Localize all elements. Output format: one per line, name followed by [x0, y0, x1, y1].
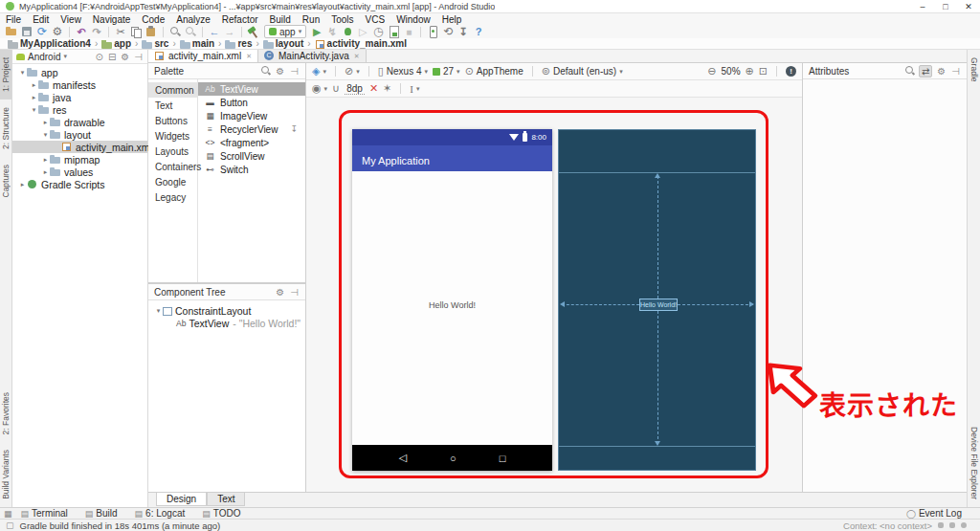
back-icon[interactable] — [207, 25, 222, 38]
settings-icon[interactable] — [50, 25, 65, 38]
component-textview[interactable]: AbTextView- "Hello World!" — [148, 317, 305, 329]
window-grid-icon[interactable]: ▦ — [0, 509, 12, 519]
tree-item-java[interactable]: ▸java — [12, 91, 147, 103]
background-tasks-icon[interactable] — [949, 522, 955, 528]
open-folder-icon[interactable] — [4, 25, 19, 38]
breadcrumb-item-myapplication4[interactable]: MyApplication4 — [6, 38, 93, 49]
device-selector[interactable]: ▯ Nexus 4 ▾ — [378, 65, 428, 77]
breadcrumb-item-activity-main-xml[interactable]: activity_main.xml — [313, 38, 409, 49]
default-margin-selector[interactable]: 8dp — [345, 83, 365, 95]
palette-category-legacy[interactable]: Legacy — [148, 189, 197, 205]
stop-icon[interactable] — [401, 25, 416, 38]
orientation-selector[interactable]: ⊘ ▾ — [345, 65, 360, 77]
phone-content[interactable]: Hello World! — [352, 171, 552, 445]
sdk-manager-icon[interactable] — [456, 25, 471, 38]
chevron-icon[interactable]: ▾ — [18, 69, 27, 77]
mode-tab-text[interactable]: Text — [207, 493, 245, 506]
palette-item-recyclerview[interactable]: ≡RecyclerView↧ — [198, 122, 305, 136]
zoom-out-icon[interactable]: ⊖ — [707, 65, 716, 77]
menu-analyze[interactable]: Analyze — [170, 14, 216, 25]
menu-tools[interactable]: Tools — [325, 14, 359, 25]
autoconnect-magnet-icon[interactable]: ∪ — [332, 82, 340, 95]
gradle-sync-icon[interactable] — [440, 25, 456, 38]
replace-icon[interactable] — [183, 25, 198, 38]
tree-item-layout[interactable]: ▾layout — [12, 128, 147, 141]
tree-item-activity-main-xml[interactable]: activity_main.xml — [12, 141, 147, 153]
tool-button-build-variants[interactable]: Build Variants — [0, 442, 11, 507]
attach-debugger-icon[interactable] — [355, 25, 370, 38]
mode-tab-design[interactable]: Design — [156, 493, 207, 506]
menu-view[interactable]: View — [55, 14, 87, 25]
run-icon[interactable] — [309, 25, 324, 38]
tree-item-res[interactable]: ▾res — [12, 103, 147, 116]
chevron-icon[interactable]: ▸ — [41, 168, 50, 176]
coverage-icon[interactable] — [386, 25, 401, 38]
tree-item-mipmap[interactable]: ▸mipmap — [12, 153, 147, 166]
palette-category-layouts[interactable]: Layouts — [148, 144, 197, 159]
locate-icon[interactable]: ⊙ — [95, 52, 104, 62]
close-button[interactable]: ✕ — [957, 2, 980, 11]
palette-item-button[interactable]: ▬Button — [198, 96, 305, 109]
hide-panel-icon[interactable]: ⊣ — [133, 52, 144, 62]
component-constraintlayout[interactable]: ▾ConstraintLayout — [148, 304, 305, 317]
palette-category-buttons[interactable]: Buttons — [148, 113, 197, 128]
debug-icon[interactable] — [340, 25, 355, 38]
zoom-fit-icon[interactable]: ⊡ — [759, 65, 768, 77]
tool-window-terminal[interactable]: ▤Terminal — [12, 508, 77, 519]
design-canvas[interactable]: 8:00 My Application Hello World! ◁ ○ □ — [306, 98, 802, 492]
tool-window-todo[interactable]: ▤TODO — [193, 508, 249, 519]
hide-panel-icon[interactable]: ⊣ — [950, 66, 961, 77]
palette-item-scrollview[interactable]: ▤ScrollView — [198, 149, 305, 163]
chevron-icon[interactable]: ▸ — [41, 156, 50, 164]
paste-icon[interactable] — [144, 25, 159, 38]
tree-item-app[interactable]: ▾app — [12, 66, 147, 78]
find-icon[interactable] — [167, 25, 183, 38]
collapse-all-icon[interactable]: ⊟ — [107, 52, 117, 62]
menu-vcs[interactable]: VCS — [360, 14, 391, 25]
search-icon[interactable] — [261, 66, 271, 76]
chevron-icon[interactable]: ▸ — [41, 119, 50, 126]
palette-category-text[interactable]: Text — [148, 98, 197, 113]
minimize-button[interactable]: – — [911, 2, 934, 11]
redo-icon[interactable] — [89, 25, 104, 38]
copy-icon[interactable] — [128, 25, 144, 38]
design-surface-phone[interactable]: 8:00 My Application Hello World! ◁ ○ □ — [352, 129, 552, 471]
errors-warnings-indicator[interactable]: ! — [786, 66, 796, 77]
breadcrumb-item-src[interactable]: src — [140, 38, 170, 49]
cursor-mode-selector[interactable]: I ▾ — [410, 83, 419, 95]
palette-category-common[interactable]: Common — [148, 82, 197, 98]
palette-category-widgets[interactable]: Widgets — [148, 128, 197, 144]
tool-window-event-log[interactable]: ◯Event Log — [898, 508, 970, 519]
menu-run[interactable]: Run — [297, 14, 325, 25]
tree-item-manifests[interactable]: ▸manifests — [12, 78, 147, 91]
editor-tab-activity-main-xml[interactable]: activity_main.xml✕ — [148, 50, 258, 62]
menu-refactor[interactable]: Refactor — [216, 14, 264, 25]
palette-category-google[interactable]: Google — [148, 174, 197, 189]
help-icon[interactable] — [471, 25, 486, 38]
profiler-icon[interactable] — [370, 25, 386, 38]
tree-item-values[interactable]: ▸values — [12, 166, 147, 178]
menu-navigate[interactable]: Navigate — [87, 14, 136, 25]
tree-item-drawable[interactable]: ▸drawable — [12, 116, 147, 128]
blueprint-surface[interactable]: Hello World! — [558, 129, 756, 471]
project-view-selector[interactable]: Android — [28, 52, 60, 62]
gear-icon[interactable]: ⚙ — [936, 66, 947, 77]
menu-window[interactable]: Window — [390, 14, 436, 25]
palette-item-textview[interactable]: AbTextView — [198, 82, 305, 96]
maximize-button[interactable]: □ — [934, 2, 957, 11]
tool-button-2-favorites[interactable]: 2: Favorites — [0, 385, 11, 442]
run-config-selector[interactable]: app▾ — [264, 25, 306, 38]
locale-selector[interactable]: ⊚ Default (en-us) ▾ — [542, 65, 623, 77]
api-selector[interactable]: 27 ▾ — [433, 66, 460, 77]
menu-help[interactable]: Help — [436, 14, 468, 25]
tool-window-build[interactable]: ▤Build — [77, 508, 126, 519]
tool-window-6-logcat[interactable]: ▤6: Logcat — [126, 508, 194, 519]
tree-item-gradle-scripts[interactable]: ▸Gradle Scripts — [12, 178, 147, 190]
menu-file[interactable]: File — [0, 14, 27, 25]
tool-button-gradle[interactable]: Gradle — [969, 50, 980, 90]
undo-icon[interactable] — [74, 25, 89, 38]
theme-selector[interactable]: ⊙ AppTheme — [465, 65, 523, 77]
tool-button-device-file-explorer[interactable]: Device File Explorer — [969, 419, 980, 507]
palette-item-imageview[interactable]: ▦ImageView — [198, 109, 305, 122]
palette-category-containers[interactable]: Containers — [148, 159, 197, 174]
